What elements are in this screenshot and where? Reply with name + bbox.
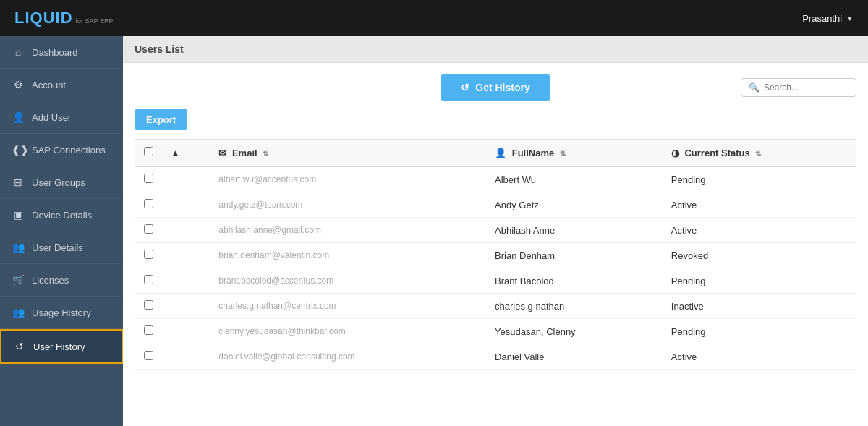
sidebar-label-user-history: User History	[33, 341, 85, 352]
content-inner: ↺ Get History 🔍 Export	[123, 63, 868, 426]
licenses-icon: 🛒	[12, 274, 25, 286]
row-fullname: Albert Wu	[486, 166, 663, 192]
row-email: daniel.valle@global-consulting.com	[210, 344, 486, 370]
header-status[interactable]: ◑ Current Status ⇅	[663, 140, 856, 166]
row-checkbox[interactable]	[144, 199, 153, 208]
toolbar-row: ↺ Get History 🔍	[135, 74, 856, 101]
header-sort[interactable]: ▲	[162, 140, 210, 166]
row-checkbox[interactable]	[144, 275, 153, 284]
page-title: Users List	[135, 43, 184, 55]
email-col-icon: ✉	[218, 148, 226, 158]
row-fullname: Brant Bacolod	[486, 268, 663, 294]
sidebar-item-user-history[interactable]: ↺ User History	[0, 329, 123, 364]
export-label: Export	[146, 114, 176, 125]
fullname-col-icon: 👤	[495, 148, 506, 158]
search-input[interactable]	[764, 82, 848, 93]
row-checkbox[interactable]	[144, 325, 153, 335]
row-status: Revoked	[663, 243, 856, 268]
table-row: clenny.yesudasan@thinkbar.com Yesudasan,…	[135, 319, 856, 344]
header-email[interactable]: ✉ Email ⇅	[210, 140, 486, 166]
row-checkbox-cell	[135, 243, 162, 268]
row-checkbox[interactable]	[144, 174, 153, 183]
sidebar-label-account: Account	[32, 80, 66, 90]
row-email: albert.wu@accentus.com	[210, 166, 486, 192]
row-email: andy.getz@team.com	[210, 192, 486, 218]
row-status: Pending	[663, 268, 856, 294]
users-table-container: ▲ ✉ Email ⇅ 👤 FullName ⇅	[135, 139, 856, 414]
row-status: Inactive	[663, 294, 856, 319]
row-checkbox[interactable]	[144, 300, 153, 310]
sidebar-label-licenses: Licenses	[32, 275, 69, 286]
sort-up-icon: ▲	[171, 148, 180, 158]
sidebar-label-device-details: Device Details	[32, 210, 92, 221]
logo-subtitle: for SAP ERP	[76, 17, 114, 25]
table-row: brant.bacolod@accentus.com Brant Bacolod…	[135, 268, 856, 294]
row-fullname: Andy Getz	[486, 192, 663, 218]
table-row: abhilash.anne@gmail.com Abhilash Anne Ac…	[135, 218, 856, 243]
sidebar-item-sap-connections[interactable]: ❰❱ SAP Connections	[0, 134, 123, 166]
select-all-checkbox[interactable]	[144, 147, 153, 156]
device-details-icon: ▣	[12, 209, 25, 221]
row-fullname: Brian Denham	[486, 243, 663, 268]
top-header: LIQUID for SAP ERP Prasanthi ▼	[0, 0, 868, 36]
row-index	[162, 344, 210, 370]
export-button[interactable]: Export	[135, 109, 187, 130]
sidebar-item-account[interactable]: ⚙ Account	[0, 69, 123, 101]
row-checkbox-cell	[135, 166, 162, 192]
sidebar-label-add-user: Add User	[32, 112, 71, 123]
sidebar-item-user-groups[interactable]: ⊟ User Groups	[0, 166, 123, 199]
table-row: albert.wu@accentus.com Albert Wu Pending	[135, 166, 856, 192]
page-header: Users List	[123, 36, 868, 63]
sidebar-item-device-details[interactable]: ▣ Device Details	[0, 199, 123, 231]
table-row: andy.getz@team.com Andy Getz Active	[135, 192, 856, 218]
usage-history-icon: 👥	[12, 307, 25, 318]
row-checkbox-cell	[135, 192, 162, 218]
row-index	[162, 166, 210, 192]
table-row: brian.denham@valentin.com Brian Denham R…	[135, 243, 856, 268]
sidebar: ⌂ Dashboard ⚙ Account 👤 Add User ❰❱ SAP …	[0, 36, 123, 426]
header-fullname-label: FullName	[512, 148, 555, 158]
refresh-icon: ↺	[461, 82, 469, 93]
sap-connections-icon: ❰❱	[12, 144, 25, 156]
table-header-row: ▲ ✉ Email ⇅ 👤 FullName ⇅	[135, 140, 856, 166]
table-row: daniel.valle@global-consulting.com Danie…	[135, 344, 856, 370]
row-index	[162, 268, 210, 294]
main-layout: ⌂ Dashboard ⚙ Account 👤 Add User ❰❱ SAP …	[0, 36, 868, 426]
row-email: brant.bacolod@accentus.com	[210, 268, 486, 294]
row-index	[162, 218, 210, 243]
sidebar-item-licenses[interactable]: 🛒 Licenses	[0, 264, 123, 297]
status-sort-icon: ⇅	[755, 150, 761, 158]
sidebar-item-dashboard[interactable]: ⌂ Dashboard	[0, 36, 123, 69]
row-status: Active	[663, 192, 856, 218]
users-table: ▲ ✉ Email ⇅ 👤 FullName ⇅	[135, 140, 856, 370]
row-email: clenny.yesudasan@thinkbar.com	[210, 319, 486, 344]
row-checkbox-cell	[135, 319, 162, 344]
sidebar-item-usage-history[interactable]: 👥 Usage History	[0, 297, 123, 329]
sidebar-label-user-details: User Details	[32, 242, 83, 253]
search-box: 🔍	[741, 78, 856, 97]
sidebar-label-sap-connections: SAP Connections	[32, 145, 106, 156]
table-row: charles.g.nathan@centrix.com charles g n…	[135, 294, 856, 319]
sidebar-item-add-user[interactable]: 👤 Add User	[0, 101, 123, 134]
row-status: Active	[663, 344, 856, 370]
row-checkbox[interactable]	[144, 224, 153, 234]
row-fullname: Yesudasan, Clenny	[486, 319, 663, 344]
user-menu[interactable]: Prasanthi ▼	[802, 13, 854, 24]
email-sort-icon: ⇅	[263, 150, 268, 158]
sidebar-label-dashboard: Dashboard	[32, 47, 78, 58]
content-area: Users List ↺ Get History 🔍 Export	[123, 36, 868, 426]
logo-text: LIQUID	[14, 9, 73, 27]
fullname-sort-icon: ⇅	[560, 150, 566, 158]
sidebar-item-user-details[interactable]: 👥 User Details	[0, 231, 123, 264]
header-fullname[interactable]: 👤 FullName ⇅	[486, 140, 663, 166]
row-fullname: Daniel Valle	[486, 344, 663, 370]
logo: LIQUID for SAP ERP	[14, 9, 113, 27]
user-history-icon: ↺	[13, 341, 26, 352]
get-history-button[interactable]: ↺ Get History	[441, 74, 550, 101]
row-index	[162, 192, 210, 218]
user-menu-chevron: ▼	[846, 14, 854, 22]
export-row: Export	[135, 109, 856, 130]
row-checkbox[interactable]	[144, 351, 153, 360]
row-checkbox[interactable]	[144, 250, 153, 259]
row-fullname: Abhilash Anne	[486, 218, 663, 243]
